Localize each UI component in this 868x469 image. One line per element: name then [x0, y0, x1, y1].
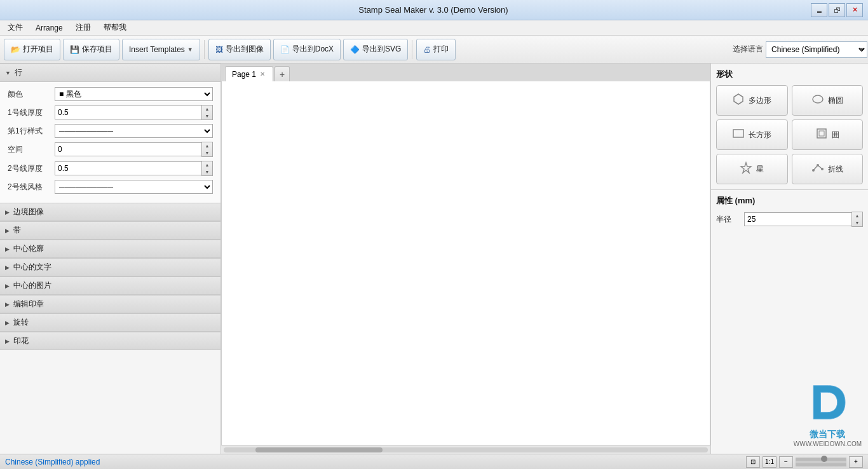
minimize-button[interactable]: 🗕	[811, 3, 827, 17]
rotate-section-header[interactable]: ▶ 旋转	[0, 313, 220, 332]
svg-rect-4	[819, 131, 824, 136]
line1-thickness-up[interactable]: ▲	[202, 105, 212, 112]
close-button[interactable]: ✕	[846, 3, 863, 17]
square-icon	[815, 127, 828, 143]
canvas-hscroll	[221, 445, 710, 454]
menu-file[interactable]: 文件	[3, 21, 28, 34]
spacing-input[interactable]	[55, 142, 201, 156]
insert-templates-button[interactable]: Insert Templates ▼	[122, 39, 200, 60]
zoom-slider[interactable]	[796, 458, 846, 466]
radius-down[interactable]: ▼	[852, 219, 862, 226]
star-label: 星	[756, 164, 764, 175]
line2-style-select[interactable]: ────────── - - - - - -	[55, 180, 213, 194]
row-section-header[interactable]: ▼ 行	[0, 64, 220, 82]
watermark-url: WWW.WEIDOWN.COM	[794, 440, 862, 447]
line1-thickness-label: 1号线厚度	[8, 107, 52, 118]
polyline-label: 折线	[828, 164, 843, 175]
svg-rect-2	[733, 130, 743, 137]
page-tab-1[interactable]: Page 1 ✕	[225, 66, 273, 81]
export-docx-button[interactable]: 📄 导出到DocX	[273, 39, 341, 60]
fit-button[interactable]: ⊡	[746, 456, 760, 468]
language-selector-area: 选择语言 Chinese (Simplified) English Japane…	[733, 41, 864, 58]
open-project-button[interactable]: 📂 打开项目	[4, 39, 60, 60]
language-select[interactable]: Chinese (Simplified) English Japanese Ko…	[766, 41, 867, 58]
menu-arrange[interactable]: Arrange	[31, 22, 68, 34]
page-tab-1-label: Page 1	[232, 70, 256, 79]
open-icon: 📂	[11, 45, 20, 54]
line2-thickness-spinbox: ▲ ▼	[55, 161, 213, 176]
zoom-slider-track	[796, 461, 846, 463]
watermark-d-logo	[805, 380, 850, 425]
hscroll-thumb[interactable]	[255, 447, 383, 452]
hscroll-track[interactable]	[224, 447, 708, 452]
rectangle-shape-button[interactable]: 长方形	[716, 119, 788, 150]
export-svg-button[interactable]: 🔷 导出到SVG	[343, 39, 408, 60]
zoom-slider-thumb[interactable]	[821, 456, 827, 462]
center-text-arrow: ▶	[5, 264, 10, 271]
svg-rect-3	[817, 129, 826, 138]
svg-point-1	[813, 95, 823, 103]
watermark-logo: 微当下载 WWW.WEIDOWN.COM	[794, 380, 862, 447]
spacing-spinbox: ▲ ▼	[55, 142, 213, 157]
line2-thickness-up[interactable]: ▲	[202, 161, 212, 168]
props-section-title: 属性 (mm)	[716, 195, 863, 207]
line1-thickness-input[interactable]	[55, 105, 201, 119]
main-layout: ▼ 行 颜色 ■ 黑色 1号线厚度 ▲ ▼	[0, 64, 868, 454]
radius-spin-buttons: ▲ ▼	[851, 212, 863, 227]
polygon-shape-button[interactable]: 多边形	[716, 85, 788, 116]
menu-register[interactable]: 注册	[71, 21, 96, 34]
page-tab-1-close[interactable]: ✕	[259, 71, 266, 78]
right-panel: 形状 多边形 椭圆	[710, 64, 868, 454]
print-button[interactable]: 🖨 打印	[416, 39, 456, 60]
line2-style-label: 2号线风格	[8, 182, 52, 193]
radius-up[interactable]: ▲	[852, 212, 862, 219]
zoom-in-button[interactable]: +	[849, 456, 863, 468]
polyline-icon	[811, 161, 824, 177]
zoom-out-button[interactable]: −	[779, 456, 793, 468]
menubar: 文件 Arrange 注册 帮帮我	[0, 20, 868, 36]
titlebar-controls: 🗕 🗗 ✕	[811, 3, 863, 17]
add-page-button[interactable]: +	[275, 66, 290, 81]
polyline-shape-button[interactable]: 折线	[792, 154, 864, 184]
print-flower-arrow: ▶	[5, 338, 10, 344]
save-project-button[interactable]: 💾 保存项目	[63, 39, 119, 60]
spacing-up[interactable]: ▲	[202, 142, 212, 149]
export-image-button[interactable]: 🖼 导出到图像	[208, 39, 271, 60]
line2-thickness-input[interactable]	[55, 161, 201, 175]
toolbar-separator-2	[412, 40, 412, 59]
svg-icon: 🔷	[350, 45, 360, 54]
row-section-arrow: ▼	[5, 70, 11, 76]
center-image-section-header[interactable]: ▶ 中心的图片	[0, 276, 220, 295]
menu-help[interactable]: 帮帮我	[98, 21, 132, 34]
border-image-section-header[interactable]: ▶ 边境图像	[0, 203, 220, 221]
line1-style-select[interactable]: ────────── - - - - - - · · · · · ·	[55, 124, 213, 138]
actual-size-button[interactable]: 1:1	[763, 456, 776, 468]
svg-marker-0	[734, 94, 743, 104]
line1-style-row: 第1行样式 ────────── - - - - - - · · · · · ·	[8, 124, 213, 138]
star-shape-button[interactable]: 星	[716, 154, 788, 184]
radius-input[interactable]	[744, 212, 851, 226]
toolbar: 📂 打开项目 💾 保存项目 Insert Templates ▼ 🖼 导出到图像…	[0, 36, 868, 64]
edit-stamp-section-header[interactable]: ▶ 编辑印章	[0, 295, 220, 313]
band-section-header[interactable]: ▶ 带	[0, 221, 220, 240]
center-text-section-header[interactable]: ▶ 中心的文字	[0, 258, 220, 276]
line2-thickness-down[interactable]: ▼	[202, 168, 212, 175]
restore-button[interactable]: 🗗	[829, 3, 845, 17]
color-select[interactable]: ■ 黑色	[55, 87, 213, 101]
ellipse-shape-button[interactable]: 椭圆	[792, 85, 864, 116]
square-shape-button[interactable]: 囲	[792, 119, 864, 150]
center-image-label: 中心的图片	[13, 280, 51, 291]
toolbar-separator-1	[204, 40, 205, 59]
shape-section: 形状 多边形 椭圆	[711, 64, 868, 189]
spacing-down[interactable]: ▼	[202, 149, 212, 156]
print-flower-section-header[interactable]: ▶ 印花	[0, 332, 220, 350]
center-outline-section-header[interactable]: ▶ 中心轮廓	[0, 240, 220, 258]
titlebar-title: Stamp Seal Maker v. 3.0 (Demo Version)	[56, 5, 811, 15]
canvas-container[interactable]	[221, 81, 710, 445]
line1-thickness-down[interactable]: ▼	[202, 112, 212, 119]
zoom-controls: ⊡ 1:1 − +	[746, 456, 863, 468]
border-image-arrow: ▶	[5, 209, 10, 215]
line2-thickness-label: 2号线厚度	[8, 163, 52, 174]
save-icon: 💾	[70, 45, 79, 54]
svg-marker-5	[741, 163, 751, 173]
